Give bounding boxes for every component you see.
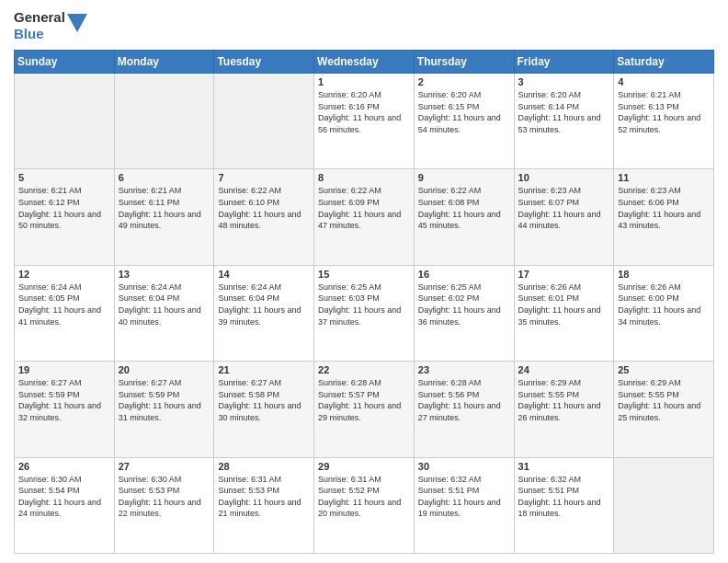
day-info: Sunrise: 6:30 AMSunset: 5:53 PMDaylight:… [119, 474, 210, 520]
calendar-cell: 8Sunrise: 6:22 AMSunset: 6:09 PMDaylight… [314, 169, 415, 265]
logo: General Blue [14, 9, 87, 42]
day-info: Sunrise: 6:32 AMSunset: 5:51 PMDaylight:… [518, 474, 610, 520]
calendar-cell: 31Sunrise: 6:32 AMSunset: 5:51 PMDayligh… [514, 457, 614, 553]
day-number: 30 [418, 461, 510, 472]
day-header-sunday: Sunday [15, 51, 115, 74]
day-number: 4 [618, 76, 710, 87]
calendar-cell: 21Sunrise: 6:27 AMSunset: 5:58 PMDayligh… [214, 362, 314, 457]
calendar-cell: 20Sunrise: 6:27 AMSunset: 5:59 PMDayligh… [114, 362, 214, 457]
day-number: 13 [119, 269, 210, 280]
day-number: 24 [518, 364, 610, 375]
day-info: Sunrise: 6:21 AMSunset: 6:11 PMDaylight:… [119, 185, 210, 231]
day-number: 17 [518, 269, 610, 280]
calendar-cell [614, 457, 714, 553]
day-number: 19 [18, 364, 110, 375]
day-number: 18 [618, 269, 710, 280]
day-info: Sunrise: 6:22 AMSunset: 6:09 PMDaylight:… [318, 185, 410, 231]
calendar-cell [214, 74, 314, 169]
day-number: 12 [18, 269, 110, 280]
day-info: Sunrise: 6:27 AMSunset: 5:58 PMDaylight:… [218, 377, 310, 423]
calendar-row-1: 1Sunrise: 6:20 AMSunset: 6:16 PMDaylight… [15, 74, 714, 169]
day-info: Sunrise: 6:20 AMSunset: 6:15 PMDaylight:… [418, 89, 510, 135]
day-info: Sunrise: 6:27 AMSunset: 5:59 PMDaylight:… [18, 377, 110, 423]
day-number: 31 [518, 461, 610, 472]
day-header-monday: Monday [114, 51, 214, 74]
day-info: Sunrise: 6:29 AMSunset: 5:55 PMDaylight:… [518, 377, 610, 423]
day-info: Sunrise: 6:21 AMSunset: 6:13 PMDaylight:… [618, 89, 710, 135]
day-number: 25 [618, 364, 710, 375]
calendar-cell: 17Sunrise: 6:26 AMSunset: 6:01 PMDayligh… [514, 265, 614, 361]
header-row: SundayMondayTuesdayWednesdayThursdayFrid… [15, 51, 714, 74]
day-number: 29 [318, 461, 410, 472]
calendar-cell: 11Sunrise: 6:23 AMSunset: 6:06 PMDayligh… [614, 169, 714, 265]
day-info: Sunrise: 6:21 AMSunset: 6:12 PMDaylight:… [18, 185, 110, 231]
day-info: Sunrise: 6:26 AMSunset: 6:01 PMDaylight:… [518, 282, 610, 327]
day-info: Sunrise: 6:20 AMSunset: 6:14 PMDaylight:… [518, 89, 610, 135]
calendar-cell: 26Sunrise: 6:30 AMSunset: 5:54 PMDayligh… [15, 457, 115, 553]
day-info: Sunrise: 6:24 AMSunset: 6:04 PMDaylight:… [218, 282, 310, 327]
calendar-cell: 22Sunrise: 6:28 AMSunset: 5:57 PMDayligh… [314, 362, 415, 457]
day-info: Sunrise: 6:22 AMSunset: 6:08 PMDaylight:… [418, 185, 510, 231]
day-number: 27 [119, 461, 210, 472]
logo-text: General Blue [14, 9, 65, 42]
header: General Blue [14, 9, 714, 42]
day-number: 9 [418, 172, 510, 183]
day-number: 10 [518, 172, 610, 183]
calendar-cell: 15Sunrise: 6:25 AMSunset: 6:03 PMDayligh… [314, 265, 415, 361]
day-info: Sunrise: 6:29 AMSunset: 5:55 PMDaylight:… [618, 377, 710, 423]
day-header-friday: Friday [514, 51, 614, 74]
calendar-cell: 10Sunrise: 6:23 AMSunset: 6:07 PMDayligh… [514, 169, 614, 265]
calendar-cell: 7Sunrise: 6:22 AMSunset: 6:10 PMDaylight… [214, 169, 314, 265]
day-number: 1 [318, 76, 410, 87]
logo-chevron-icon [67, 10, 87, 36]
day-info: Sunrise: 6:28 AMSunset: 5:57 PMDaylight:… [318, 377, 410, 423]
day-number: 22 [318, 364, 410, 375]
calendar-cell: 28Sunrise: 6:31 AMSunset: 5:53 PMDayligh… [214, 457, 314, 553]
calendar-cell [15, 74, 115, 169]
day-info: Sunrise: 6:27 AMSunset: 5:59 PMDaylight:… [119, 377, 210, 423]
day-number: 23 [418, 364, 510, 375]
calendar-row-3: 12Sunrise: 6:24 AMSunset: 6:05 PMDayligh… [15, 265, 714, 361]
calendar-cell: 24Sunrise: 6:29 AMSunset: 5:55 PMDayligh… [514, 362, 614, 457]
day-number: 26 [18, 461, 110, 472]
calendar-cell: 16Sunrise: 6:25 AMSunset: 6:02 PMDayligh… [414, 265, 514, 361]
calendar-cell: 4Sunrise: 6:21 AMSunset: 6:13 PMDaylight… [614, 74, 714, 169]
day-info: Sunrise: 6:20 AMSunset: 6:16 PMDaylight:… [318, 89, 410, 135]
day-number: 5 [18, 172, 110, 183]
calendar-row-2: 5Sunrise: 6:21 AMSunset: 6:12 PMDaylight… [15, 169, 714, 265]
day-number: 16 [418, 269, 510, 280]
day-header-tuesday: Tuesday [214, 51, 314, 74]
logo-wordmark: General Blue [14, 9, 87, 42]
calendar-cell: 30Sunrise: 6:32 AMSunset: 5:51 PMDayligh… [414, 457, 514, 553]
calendar-cell: 27Sunrise: 6:30 AMSunset: 5:53 PMDayligh… [114, 457, 214, 553]
calendar-cell: 12Sunrise: 6:24 AMSunset: 6:05 PMDayligh… [15, 265, 115, 361]
calendar-cell: 18Sunrise: 6:26 AMSunset: 6:00 PMDayligh… [614, 265, 714, 361]
day-info: Sunrise: 6:26 AMSunset: 6:00 PMDaylight:… [618, 282, 710, 327]
day-number: 28 [218, 461, 310, 472]
day-header-thursday: Thursday [414, 51, 514, 74]
day-number: 3 [518, 76, 610, 87]
day-number: 2 [418, 76, 510, 87]
day-info: Sunrise: 6:25 AMSunset: 6:03 PMDaylight:… [318, 282, 410, 327]
day-header-wednesday: Wednesday [314, 51, 415, 74]
calendar-row-5: 26Sunrise: 6:30 AMSunset: 5:54 PMDayligh… [15, 457, 714, 553]
day-info: Sunrise: 6:22 AMSunset: 6:10 PMDaylight:… [218, 185, 310, 231]
calendar-cell [114, 74, 214, 169]
calendar-cell: 14Sunrise: 6:24 AMSunset: 6:04 PMDayligh… [214, 265, 314, 361]
day-info: Sunrise: 6:31 AMSunset: 5:53 PMDaylight:… [218, 474, 310, 520]
day-number: 20 [119, 364, 210, 375]
calendar-cell: 23Sunrise: 6:28 AMSunset: 5:56 PMDayligh… [414, 362, 514, 457]
day-number: 11 [618, 172, 710, 183]
day-info: Sunrise: 6:31 AMSunset: 5:52 PMDaylight:… [318, 474, 410, 520]
day-info: Sunrise: 6:30 AMSunset: 5:54 PMDaylight:… [18, 474, 110, 520]
day-info: Sunrise: 6:23 AMSunset: 6:06 PMDaylight:… [618, 185, 710, 231]
svg-marker-0 [67, 14, 87, 32]
calendar-cell: 2Sunrise: 6:20 AMSunset: 6:15 PMDaylight… [414, 74, 514, 169]
calendar-cell: 13Sunrise: 6:24 AMSunset: 6:04 PMDayligh… [114, 265, 214, 361]
day-number: 8 [318, 172, 410, 183]
calendar-cell: 3Sunrise: 6:20 AMSunset: 6:14 PMDaylight… [514, 74, 614, 169]
day-info: Sunrise: 6:23 AMSunset: 6:07 PMDaylight:… [518, 185, 610, 231]
calendar-cell: 6Sunrise: 6:21 AMSunset: 6:11 PMDaylight… [114, 169, 214, 265]
day-number: 21 [218, 364, 310, 375]
calendar-cell: 25Sunrise: 6:29 AMSunset: 5:55 PMDayligh… [614, 362, 714, 457]
